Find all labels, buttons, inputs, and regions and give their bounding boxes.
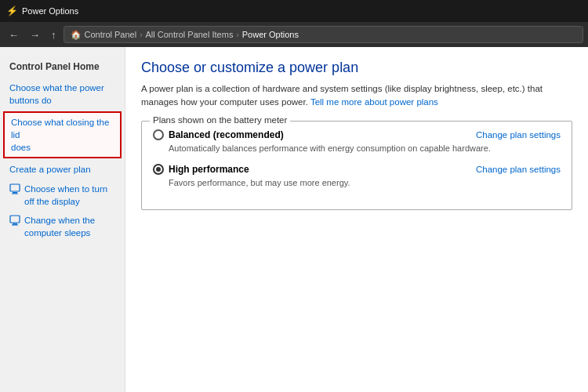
main-layout: Control Panel Home Choose what the power… (0, 47, 588, 392)
sleep-icon (9, 215, 20, 226)
plan-balanced-header: Balanced (recommended) Change plan setti… (153, 129, 561, 140)
plan-item-high-performance: High performance Change plan settings Fa… (153, 164, 561, 189)
breadcrumb-sep-1: › (140, 31, 142, 39)
content-area: Choose or customize a power plan A power… (125, 47, 588, 392)
svg-rect-1 (13, 192, 17, 194)
plan-high-change-link[interactable]: Change plan settings (476, 165, 561, 174)
breadcrumb-sep-2: › (236, 31, 238, 39)
radio-inner-dot (156, 167, 161, 172)
title-bar-title: Power Options (22, 6, 78, 16)
plan-high-header: High performance Change plan settings (153, 164, 561, 175)
sidebar-item-sleep-label: Change when the computer sleeps (24, 214, 115, 239)
up-button[interactable]: ↑ (47, 27, 60, 42)
title-bar: ⚡ Power Options (0, 0, 588, 22)
forward-button[interactable]: → (26, 27, 44, 42)
svg-rect-4 (13, 223, 17, 225)
svg-rect-2 (12, 193, 18, 194)
content-title: Choose or customize a power plan (141, 60, 572, 76)
plans-group-label: Plans shown on the battery meter (150, 115, 290, 125)
plans-group: Plans shown on the battery meter Balance… (141, 121, 572, 211)
breadcrumb-current: Power Options (242, 30, 299, 39)
address-home-icon: 🏠 (71, 30, 82, 40)
content-description: A power plan is a collection of hardware… (141, 82, 572, 110)
title-bar-icon: ⚡ (6, 5, 17, 16)
plan-item-balanced: Balanced (recommended) Change plan setti… (153, 129, 561, 154)
plan-high-name: High performance (169, 164, 249, 175)
plan-balanced-change-link[interactable]: Change plan settings (476, 130, 561, 140)
sidebar-item-turn-off-display-label: Choose when to turn off the display (24, 183, 115, 208)
sidebar-item-power-buttons[interactable]: Choose what the powerbuttons do (0, 78, 125, 110)
plan-balanced-name: Balanced (recommended) (169, 129, 284, 140)
sidebar: Control Panel Home Choose what the power… (0, 47, 125, 392)
sidebar-item-turn-off-display[interactable]: Choose when to turn off the display (0, 180, 125, 211)
sidebar-item-closing-lid[interactable]: Choose what closing the liddoes (3, 111, 122, 158)
svg-rect-3 (10, 216, 20, 223)
breadcrumb-control-panel[interactable]: Control Panel (85, 30, 137, 39)
nav-bar: ← → ↑ 🏠 Control Panel › All Control Pane… (0, 22, 588, 47)
sidebar-item-sleep[interactable]: Change when the computer sleeps (0, 211, 125, 242)
back-button[interactable]: ← (5, 27, 23, 42)
address-bar: 🏠 Control Panel › All Control Panel Item… (64, 26, 584, 43)
monitor-icon (9, 183, 20, 194)
breadcrumb-all-items[interactable]: All Control Panel Items (146, 30, 234, 39)
svg-rect-0 (10, 184, 20, 191)
plan-balanced-desc: Automatically balances performance with … (169, 143, 561, 154)
sidebar-header: Control Panel Home (0, 56, 125, 78)
plan-high-name-row: High performance (153, 164, 249, 175)
sidebar-item-create-plan[interactable]: Create a power plan (0, 160, 125, 179)
svg-rect-5 (12, 224, 18, 225)
plan-balanced-radio[interactable] (153, 129, 164, 140)
plan-high-desc: Favors performance, but may use more ene… (169, 177, 561, 189)
plan-high-radio[interactable] (153, 164, 164, 175)
learn-more-link[interactable]: Tell me more about power plans (310, 97, 438, 107)
plan-balanced-name-row: Balanced (recommended) (153, 129, 284, 140)
